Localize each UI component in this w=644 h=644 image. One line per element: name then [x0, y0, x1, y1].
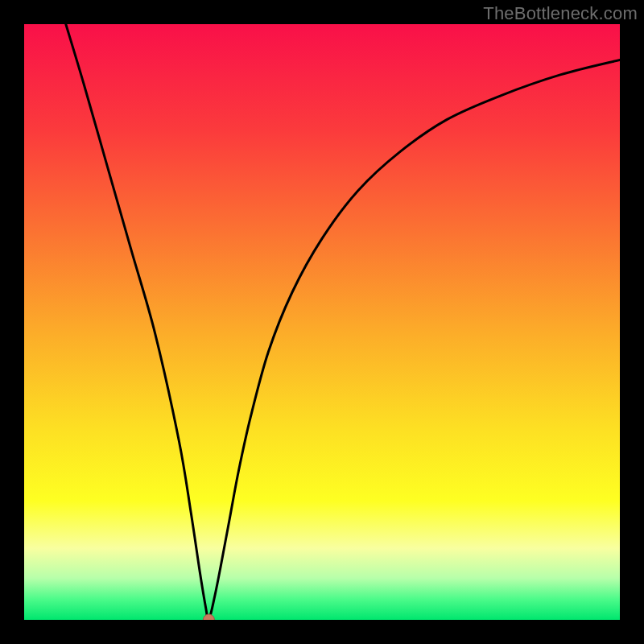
bottleneck-chart — [24, 24, 620, 620]
attribution-text: TheBottleneck.com — [483, 3, 638, 24]
gradient-background — [24, 24, 620, 620]
chart-frame — [24, 24, 620, 620]
